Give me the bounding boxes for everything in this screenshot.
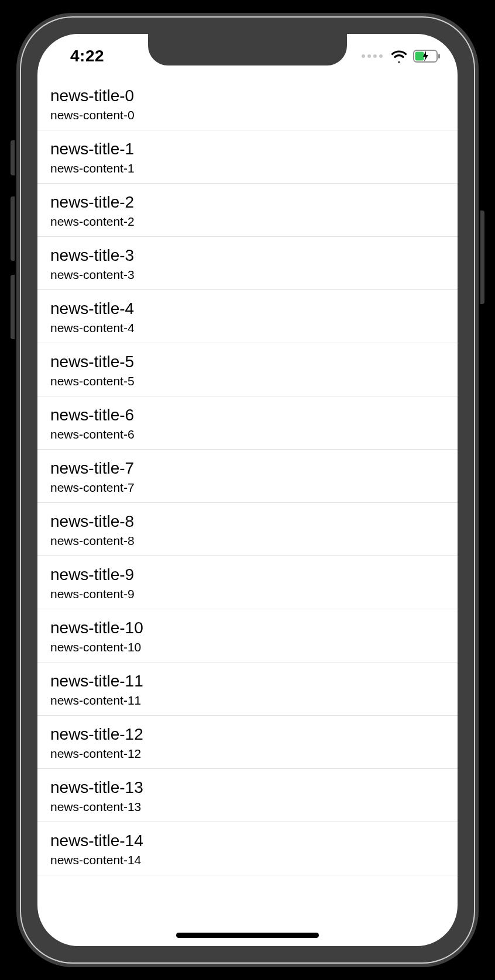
news-list[interactable]: news-title-0 news-content-0 news-title-1… (37, 80, 458, 946)
list-item-content: news-content-2 (50, 215, 445, 229)
list-item-title: news-title-14 (50, 830, 445, 851)
list-item[interactable]: news-title-0 news-content-0 (37, 80, 458, 130)
list-item[interactable]: news-title-2 news-content-2 (37, 184, 458, 237)
list-item[interactable]: news-title-6 news-content-6 (37, 396, 458, 450)
list-item[interactable]: news-title-14 news-content-14 (37, 822, 458, 875)
list-item-content: news-content-7 (50, 481, 445, 495)
device-side-button (11, 275, 16, 339)
list-item-content: news-content-12 (50, 747, 445, 761)
device-frame: 4:22 news-title-0 (16, 13, 479, 967)
battery-charging-icon (413, 49, 441, 63)
list-item[interactable]: news-title-5 news-content-5 (37, 343, 458, 396)
list-item[interactable]: news-title-1 news-content-1 (37, 130, 458, 184)
device-notch (148, 34, 347, 65)
list-item-title: news-title-1 (50, 139, 445, 159)
list-item-title: news-title-12 (50, 724, 445, 744)
list-item-title: news-title-8 (50, 511, 445, 532)
list-item-content: news-content-11 (50, 693, 445, 708)
list-item-title: news-title-10 (50, 617, 445, 638)
list-item[interactable]: news-title-9 news-content-9 (37, 556, 458, 609)
device-side-button (11, 196, 16, 261)
list-item[interactable]: news-title-4 news-content-4 (37, 290, 458, 343)
status-icons (362, 49, 441, 63)
device-side-button (479, 211, 484, 304)
home-indicator[interactable] (176, 933, 319, 938)
list-item-content: news-content-3 (50, 268, 445, 282)
list-item-title: news-title-9 (50, 564, 445, 585)
list-item-content: news-content-13 (50, 800, 445, 814)
list-item-content: news-content-0 (50, 108, 445, 122)
list-item[interactable]: news-title-13 news-content-13 (37, 769, 458, 822)
list-item[interactable]: news-title-11 news-content-11 (37, 662, 458, 716)
svg-rect-2 (415, 52, 424, 61)
list-item-title: news-title-7 (50, 458, 445, 478)
list-item-content: news-content-8 (50, 534, 445, 548)
list-item-content: news-content-4 (50, 321, 445, 335)
device-screen: 4:22 news-title-0 (37, 34, 458, 946)
list-item-title: news-title-5 (50, 351, 445, 372)
device-side-button (11, 140, 16, 175)
list-item-title: news-title-4 (50, 298, 445, 319)
list-item-title: news-title-2 (50, 192, 445, 212)
list-item-content: news-content-9 (50, 587, 445, 601)
list-item-title: news-title-0 (50, 85, 445, 106)
list-item-title: news-title-11 (50, 671, 445, 691)
list-item-content: news-content-10 (50, 640, 445, 654)
wifi-icon (391, 50, 407, 63)
svg-rect-1 (438, 54, 440, 58)
list-item[interactable]: news-title-3 news-content-3 (37, 237, 458, 290)
list-item-content: news-content-6 (50, 427, 445, 441)
list-item-title: news-title-3 (50, 245, 445, 265)
list-item-content: news-content-1 (50, 161, 445, 175)
status-time: 4:22 (70, 47, 104, 65)
list-item[interactable]: news-title-12 news-content-12 (37, 716, 458, 769)
cellular-dots-icon (362, 54, 383, 58)
list-item[interactable]: news-title-8 news-content-8 (37, 503, 458, 556)
list-item[interactable]: news-title-7 news-content-7 (37, 450, 458, 503)
list-item-content: news-content-14 (50, 853, 445, 867)
list-item[interactable]: news-title-10 news-content-10 (37, 609, 458, 662)
list-item-title: news-title-6 (50, 405, 445, 425)
list-item-content: news-content-5 (50, 374, 445, 388)
list-item-title: news-title-13 (50, 777, 445, 798)
